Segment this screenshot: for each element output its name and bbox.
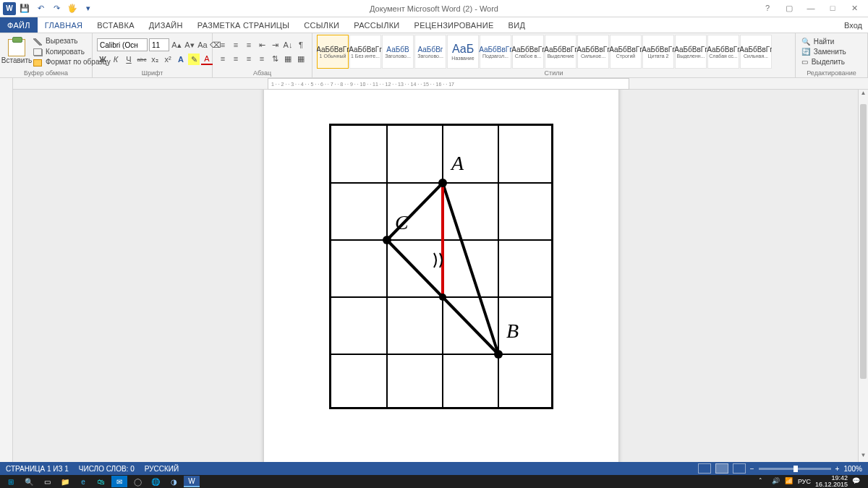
qat-redo-button[interactable]: ↷ [49,1,64,16]
scroll-up-button[interactable]: ▲ [859,90,868,100]
tab-design[interactable]: ДИЗАЙН [142,17,190,33]
style-item-7[interactable]: АаБбВвГгВыделение [545,35,576,69]
shading-button[interactable]: ▦ [282,53,294,64]
task-edge[interactable]: e [75,476,91,487]
strike-button[interactable]: abc [136,53,148,65]
zoom-slider[interactable] [759,468,831,470]
underline-button[interactable]: Ч [123,53,135,65]
signin-link[interactable]: Вход [838,17,868,33]
tab-references[interactable]: ССЫЛКИ [297,17,346,33]
replace-button[interactable]: 🔄 Заменить [800,47,849,56]
task-view[interactable]: ▭ [39,476,55,487]
style-item-13[interactable]: АаБбВвГгСильная... [740,35,772,69]
status-page[interactable]: СТРАНИЦА 1 ИЗ 1 [6,465,69,473]
zoom-value[interactable]: 100% [843,465,862,473]
vertical-ruler[interactable] [0,90,13,462]
select-button[interactable]: ▭ Выделить [800,57,849,67]
view-read-button[interactable] [698,463,711,474]
task-search[interactable]: 🔍 [21,476,37,487]
tab-review[interactable]: РЕЦЕНЗИРОВАНИЕ [407,17,501,33]
tray-notifications-icon[interactable]: 💬 [852,477,861,486]
tray-volume-icon[interactable]: 🔊 [772,477,780,486]
qat-more-button[interactable]: ▾ [81,1,95,16]
align-left-button[interactable]: ≡ [217,53,229,64]
style-item-6[interactable]: АаБбВвГгСлабое в... [512,35,544,69]
sort-button[interactable]: A↓ [282,39,294,51]
style-item-2[interactable]: АаБбВЗаголово... [382,35,414,69]
highlight-button[interactable]: ✎ [188,53,200,65]
tab-insert[interactable]: ВСТАВКА [90,17,141,33]
show-marks-button[interactable]: ¶ [295,39,307,51]
task-mail[interactable]: ✉ [111,476,127,487]
tab-mailings[interactable]: РАССЫЛКИ [346,17,407,33]
styles-gallery[interactable]: АаБбВвГг1 ОбычныйАаБбВвГг1 Без инте...Аа… [317,35,772,69]
font-color-button[interactable]: A [201,53,213,65]
line-spacing-button[interactable]: ⇅ [269,53,281,64]
start-button[interactable]: ⊞ [3,476,19,487]
italic-button[interactable]: К [110,53,122,65]
subscript-button[interactable]: x₂ [149,53,161,65]
tab-view[interactable]: ВИД [501,17,533,33]
style-item-5[interactable]: АаБбВвГгПодзагол... [480,35,511,69]
task-chrome[interactable]: 🌐 [148,476,163,487]
font-size-input[interactable] [149,38,169,51]
qat-undo-button[interactable]: ↶ [33,1,48,16]
align-center-button[interactable]: ≡ [230,53,242,64]
scroll-thumb[interactable] [860,104,867,379]
superscript-button[interactable]: x² [162,53,174,65]
tray-up-icon[interactable]: ˄ [759,477,767,486]
drawing-canvas[interactable]: A B C [329,124,553,409]
justify-button[interactable]: ≡ [256,53,268,64]
style-item-4[interactable]: АаБНазвание [447,35,479,69]
task-app1[interactable]: ◯ [129,476,145,487]
status-word-count[interactable]: ЧИСЛО СЛОВ: 0 [79,465,135,473]
style-item-3[interactable]: АаБбВгЗаголово... [414,35,446,69]
qat-save-button[interactable]: 💾 [17,1,32,16]
multilevel-button[interactable]: ≡ [243,39,255,51]
ribbon-options-button[interactable]: ▢ [780,4,799,13]
numbering-button[interactable]: ≡ [230,39,242,51]
shrink-font-button[interactable]: A▾ [184,39,195,51]
close-button[interactable]: ✕ [845,4,864,13]
tab-layout[interactable]: РАЗМЕТКА СТРАНИЦЫ [190,17,297,33]
bullets-button[interactable]: ≡ [217,39,229,51]
minimize-button[interactable]: — [801,4,820,13]
style-item-1[interactable]: АаБбВвГг1 Без инте... [349,35,381,69]
borders-button[interactable]: ▦ [295,53,307,64]
style-item-11[interactable]: АаБбВвГгВыделенн... [675,35,707,69]
tab-home[interactable]: ГЛАВНАЯ [38,17,90,33]
style-item-8[interactable]: АаБбВвГгСильное... [577,35,609,69]
maximize-button[interactable]: □ [823,4,842,13]
find-button[interactable]: 🔍 Найти [800,37,849,46]
qat-touch-button[interactable]: 🖐 [65,1,80,16]
tray-language[interactable]: РУС [798,478,811,485]
zoom-out-button[interactable]: − [750,465,754,473]
increase-indent-button[interactable]: ⇥ [269,39,281,51]
style-item-0[interactable]: АаБбВвГг1 Обычный [317,35,349,69]
grow-font-button[interactable]: A▴ [171,39,182,51]
tray-network-icon[interactable]: 📶 [785,477,793,486]
scroll-down-button[interactable]: ▼ [859,452,868,462]
task-explorer[interactable]: 📁 [57,476,73,487]
task-store[interactable]: 🛍 [93,476,109,487]
text-effects-button[interactable]: A [175,53,187,65]
paste-button[interactable]: Вставить [4,35,29,69]
style-item-12[interactable]: АаБбВвГгСлабая сс... [707,35,739,69]
tray-clock[interactable]: 19:42 16.12.2015 [815,475,848,488]
change-case-button[interactable]: Aa [197,39,208,51]
horizontal-ruler[interactable]: 1 · · 2 · · 3 · · 4 · · 5 · · 6 · · 7 · … [268,78,629,90]
zoom-thumb[interactable] [793,466,798,472]
decrease-indent-button[interactable]: ⇤ [256,39,268,51]
tab-file[interactable]: ФАЙЛ [0,17,38,33]
font-name-input[interactable] [97,38,148,51]
style-item-9[interactable]: АаБбВвГгСтрогий [610,35,642,69]
help-button[interactable]: ? [758,4,777,13]
align-right-button[interactable]: ≡ [243,53,255,64]
status-language[interactable]: РУССКИЙ [145,465,179,473]
zoom-in-button[interactable]: + [835,465,840,473]
task-app2[interactable]: ◑ [166,476,182,487]
view-web-button[interactable] [733,463,746,474]
style-item-10[interactable]: АаБбВвГгЦитата 2 [642,35,674,69]
vertical-scrollbar[interactable]: ▲ ▼ [858,90,868,462]
task-word[interactable]: W [184,476,200,487]
